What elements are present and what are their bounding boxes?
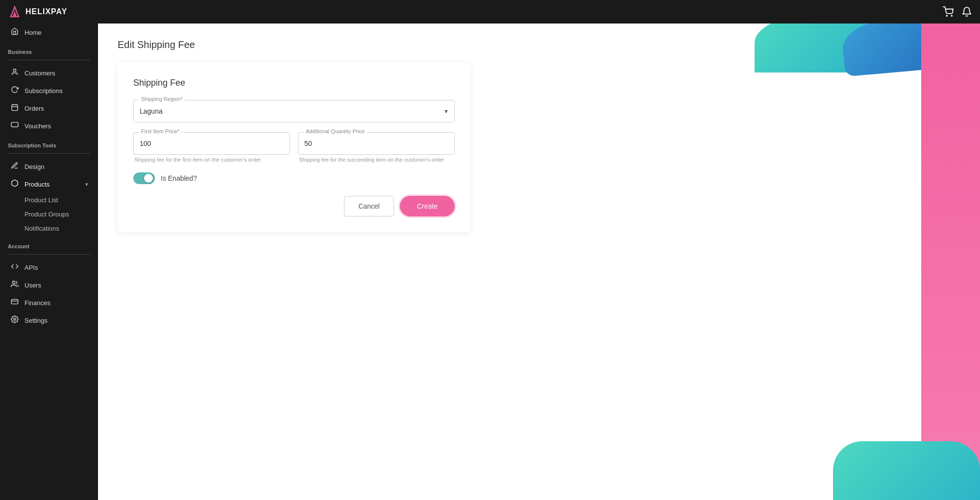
products-chevron: ▾	[85, 181, 88, 188]
svg-point-9	[12, 281, 15, 284]
shipping-region-select-wrapper: Laguna Metro Manila Cebu Davao Other	[133, 100, 455, 122]
account-divider	[8, 254, 90, 255]
customers-label: Customers	[24, 70, 88, 77]
settings-label: Settings	[24, 317, 88, 324]
products-icon	[10, 179, 20, 189]
design-icon	[10, 162, 20, 171]
svg-rect-5	[12, 105, 18, 111]
svg-point-3	[951, 15, 952, 16]
shipping-region-field: Shipping Region* Laguna Metro Manila Ceb…	[133, 100, 455, 122]
create-button[interactable]: Create	[400, 196, 455, 216]
sidebar-item-vouchers[interactable]: Vouchers	[2, 117, 96, 135]
topbar: HELIXPAY	[0, 0, 980, 24]
card-actions: Cancel Create	[133, 196, 455, 216]
additional-qty-hint: Shipping fee for the succeeding item on …	[298, 157, 455, 163]
price-fields-row: First Item Price* Shipping fee for the f…	[133, 132, 455, 172]
sidebar-sub-item-product-list[interactable]: Product List	[2, 193, 96, 207]
svg-rect-10	[11, 299, 18, 304]
first-item-price-hint: Shipping fee for the first item on the c…	[133, 157, 290, 163]
apis-icon	[10, 262, 20, 272]
svg-point-2	[946, 15, 947, 16]
subscriptions-label: Subscriptions	[24, 87, 88, 95]
notifications-label: Notifications	[24, 225, 59, 232]
sidebar-item-apis[interactable]: APIs	[2, 259, 96, 276]
customers-icon	[10, 68, 20, 78]
logo-icon	[8, 5, 22, 19]
first-item-price-label: First Item Price*	[139, 128, 181, 134]
notifications-button[interactable]	[961, 6, 972, 17]
shipping-region-select[interactable]: Laguna Metro Manila Cebu Davao Other	[133, 100, 455, 122]
sidebar-sub-item-product-groups[interactable]: Product Groups	[2, 207, 96, 221]
page-area: Edit Shipping Fee Shipping Fee Shipping …	[98, 24, 980, 500]
orders-icon	[10, 103, 20, 113]
sidebar-item-customers[interactable]: Customers	[2, 64, 96, 82]
is-enabled-toggle[interactable]	[133, 172, 155, 184]
first-item-price-field: First Item Price* Shipping fee for the f…	[133, 132, 290, 163]
svg-point-4	[13, 69, 16, 71]
cancel-button[interactable]: Cancel	[344, 196, 394, 216]
svg-point-12	[14, 318, 16, 320]
users-label: Users	[24, 282, 88, 289]
product-list-label: Product List	[24, 196, 58, 204]
additional-qty-input[interactable]	[298, 132, 455, 155]
business-section-label: Business	[0, 41, 98, 58]
layout: Home Business Customers Subscriptions Or…	[0, 24, 980, 500]
sidebar-item-products[interactable]: Products ▾	[2, 175, 96, 193]
subscription-tools-label: Subscription Tools	[0, 135, 98, 151]
first-item-price-input[interactable]	[133, 132, 290, 155]
additional-qty-label: Additional Quantity Price	[304, 128, 367, 134]
additional-qty-price-field: Additional Quantity Price Shipping fee f…	[298, 132, 455, 163]
sidebar-item-home[interactable]: Home	[2, 24, 96, 41]
cart-button[interactable]	[943, 6, 954, 17]
vouchers-label: Vouchers	[24, 122, 88, 130]
shipping-region-label: Shipping Region*	[139, 96, 185, 102]
design-label: Design	[24, 163, 88, 170]
sidebar-item-settings[interactable]: Settings	[2, 311, 96, 329]
home-label: Home	[24, 29, 88, 36]
business-divider	[8, 60, 90, 60]
apis-label: APIs	[24, 264, 88, 271]
sidebar-item-design[interactable]: Design	[2, 158, 96, 175]
toggle-track	[133, 172, 155, 184]
sidebar-item-finances[interactable]: Finances	[2, 294, 96, 311]
topbar-actions	[943, 6, 972, 17]
sidebar-sub-item-notifications[interactable]: Notifications	[2, 221, 96, 236]
finances-icon	[10, 298, 20, 308]
logo-text: HELIXPAY	[25, 7, 67, 16]
toggle-thumb	[144, 174, 153, 183]
orders-label: Orders	[24, 105, 88, 112]
account-section-label: Account	[0, 236, 98, 252]
sidebar: Home Business Customers Subscriptions Or…	[0, 24, 98, 500]
logo: HELIXPAY	[8, 5, 67, 19]
settings-icon	[10, 315, 20, 325]
home-icon	[10, 27, 20, 37]
toggle-row: Is Enabled?	[133, 172, 455, 184]
shipping-fee-card: Shipping Fee Shipping Region* Laguna Met…	[118, 62, 470, 232]
products-label: Products	[24, 181, 80, 188]
card-title: Shipping Fee	[133, 78, 455, 88]
product-groups-label: Product Groups	[24, 211, 69, 218]
subscriptions-icon	[10, 86, 20, 95]
sidebar-item-subscriptions[interactable]: Subscriptions	[2, 82, 96, 99]
sidebar-item-orders[interactable]: Orders	[2, 99, 96, 117]
finances-label: Finances	[24, 299, 88, 307]
tools-divider	[8, 153, 90, 154]
toggle-label: Is Enabled?	[161, 174, 197, 182]
main-content: Edit Shipping Fee Shipping Fee Shipping …	[98, 24, 980, 500]
vouchers-icon	[10, 121, 20, 131]
users-icon	[10, 280, 20, 290]
sidebar-item-users[interactable]: Users	[2, 276, 96, 294]
page-title: Edit Shipping Fee	[118, 39, 960, 50]
